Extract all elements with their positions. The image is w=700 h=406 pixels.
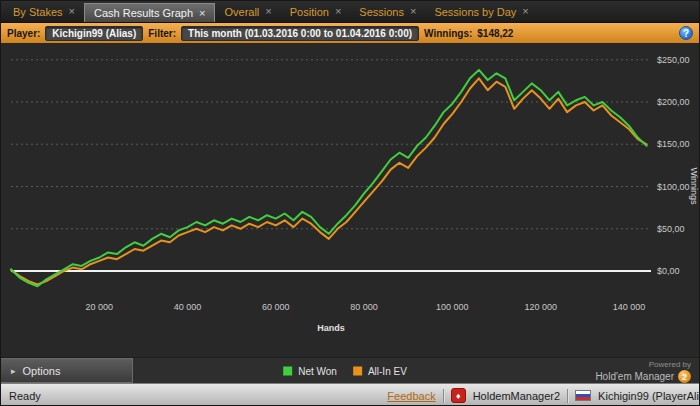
allin-ev-swatch	[353, 366, 362, 375]
filter-header: Player: Kichigin99 (Alias) Filter: This …	[1, 23, 699, 43]
divider	[567, 389, 568, 403]
tab-close-icon[interactable]: ×	[265, 6, 271, 17]
tab-cash-results-graph[interactable]: Cash Results Graph×	[84, 3, 215, 22]
expand-arrow-icon: ▸	[11, 366, 16, 376]
svg-text:$250,00: $250,00	[657, 55, 690, 65]
svg-text:20 000: 20 000	[86, 302, 114, 312]
brand-name: Hold'em Manager	[595, 372, 674, 382]
tab-sessions-by-day[interactable]: Sessions by Day×	[425, 1, 537, 22]
tab-label: Sessions by Day	[434, 6, 516, 18]
app-window: By Stakes×Cash Results Graph×Overall×Pos…	[0, 0, 700, 406]
powered-by: Powered by Hold'em Manager 2	[595, 360, 691, 383]
holdemmanager2-icon: ♦	[451, 388, 466, 403]
feedback-link[interactable]: Feedback	[387, 390, 435, 402]
account-name: Kichigin99 (PlayerAli	[598, 390, 699, 402]
tab-label: By Stakes	[13, 6, 63, 18]
hm2-badge-icon: 2	[678, 370, 691, 383]
divider	[443, 389, 444, 403]
tab-sessions[interactable]: Sessions×	[350, 1, 425, 22]
tab-position[interactable]: Position×	[281, 1, 351, 22]
options-button[interactable]: ▸ Options	[1, 358, 133, 383]
status-bar: Ready Feedback ♦ HoldemManager2 Kichigin…	[1, 383, 699, 406]
svg-text:$0,00: $0,00	[657, 266, 680, 276]
svg-text:60 000: 60 000	[262, 302, 290, 312]
svg-text:120 000: 120 000	[524, 302, 557, 312]
chart-svg: $0,00$50,00$100,00$150,00$200,00$250,002…	[1, 43, 700, 357]
net-won-label: Net Won	[298, 365, 337, 376]
tab-by-stakes[interactable]: By Stakes×	[4, 1, 84, 22]
svg-text:$150,00: $150,00	[657, 139, 690, 149]
tab-label: Sessions	[359, 6, 404, 18]
svg-text:$200,00: $200,00	[657, 97, 690, 107]
tab-label: Overall	[224, 6, 259, 18]
powered-by-text: Powered by	[595, 360, 691, 370]
player-value[interactable]: Kichigin99 (Alias)	[45, 26, 143, 41]
chart-legend: Net Won All-In EV	[283, 365, 417, 376]
net-won-swatch	[283, 366, 292, 375]
svg-text:$100,00: $100,00	[657, 182, 690, 192]
svg-text:$50,00: $50,00	[657, 224, 685, 234]
help-icon[interactable]: ?	[679, 26, 693, 40]
tab-close-icon[interactable]: ×	[410, 6, 416, 17]
winnings-value: $148,22	[477, 28, 513, 39]
svg-text:Hands: Hands	[317, 323, 345, 333]
filter-value[interactable]: This month (01.03.2016 0:00 to 01.04.201…	[181, 26, 419, 41]
status-right: Feedback ♦ HoldemManager2 Kichigin99 (Pl…	[387, 388, 699, 403]
results-chart: $0,00$50,00$100,00$150,00$200,00$250,002…	[1, 43, 699, 357]
tab-close-icon[interactable]: ×	[522, 6, 528, 17]
allin-ev-label: All-In EV	[368, 365, 407, 376]
svg-text:140 000: 140 000	[613, 302, 646, 312]
svg-text:Winnings: Winnings	[689, 167, 699, 205]
chart-footer: ▸ Options Net Won All-In EV Powered by H…	[1, 357, 699, 383]
status-text: Ready	[9, 390, 41, 402]
svg-text:80 000: 80 000	[350, 302, 378, 312]
tab-label: Position	[290, 6, 329, 18]
tab-overall[interactable]: Overall×	[215, 1, 280, 22]
svg-text:40 000: 40 000	[174, 302, 202, 312]
tab-close-icon[interactable]: ×	[199, 8, 205, 19]
tab-close-icon[interactable]: ×	[69, 6, 75, 17]
options-label: Options	[23, 365, 61, 377]
tab-bar: By Stakes×Cash Results Graph×Overall×Pos…	[1, 1, 699, 23]
svg-text:100 000: 100 000	[436, 302, 469, 312]
winnings-label: Winnings:	[424, 28, 472, 39]
tab-close-icon[interactable]: ×	[335, 6, 341, 17]
player-label: Player:	[7, 28, 40, 39]
app-name: HoldemManager2	[473, 390, 560, 402]
filter-label: Filter:	[148, 28, 176, 39]
player-flag-icon	[575, 390, 591, 401]
tab-label: Cash Results Graph	[94, 7, 193, 19]
